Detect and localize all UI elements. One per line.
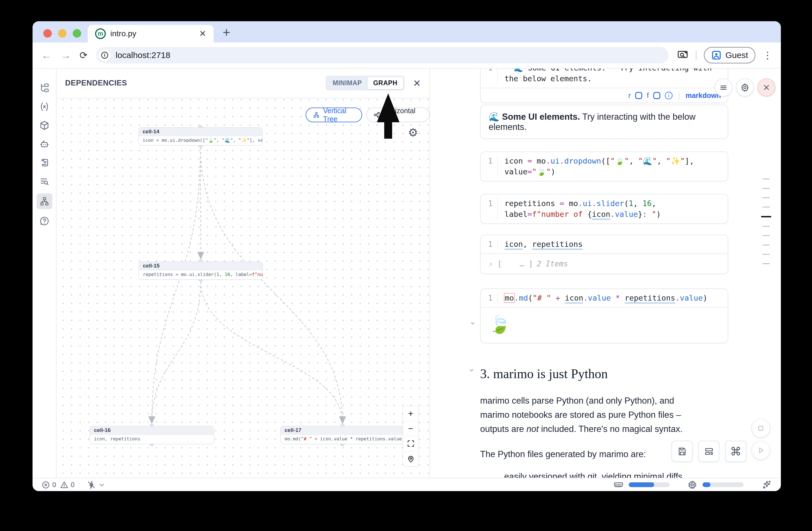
graph-node-cell-14[interactable]: cell-14icon = mo.ui.dropdown(["🍃", "🌊", … bbox=[139, 127, 263, 145]
scroll-mark-7[interactable] bbox=[763, 245, 770, 245]
notebook-settings-button[interactable] bbox=[736, 78, 754, 97]
cell-minimap[interactable] bbox=[758, 178, 775, 264]
cpu-usage-bar bbox=[702, 482, 743, 487]
close-window-button[interactable] bbox=[43, 29, 52, 38]
sidebar-item-help[interactable] bbox=[37, 214, 52, 228]
notebook-cells: 1**🌊 Some UI elements.** Try interacting… bbox=[480, 69, 728, 343]
sidebar-item-file-explorer[interactable] bbox=[37, 81, 52, 95]
code-token: value bbox=[588, 293, 611, 302]
run-button[interactable] bbox=[752, 441, 770, 460]
site-info-icon[interactable] bbox=[99, 49, 111, 61]
tab-title: intro.py bbox=[110, 29, 136, 38]
scroll-mark-0[interactable] bbox=[763, 178, 770, 180]
code-token: mo.md( bbox=[285, 436, 301, 442]
notebook-cell[interactable]: 1**🌊 Some UI elements.** Try interacting… bbox=[480, 69, 728, 103]
code-token: icon bbox=[505, 157, 527, 165]
code-token: , label= bbox=[230, 272, 252, 277]
new-tab-button[interactable]: + bbox=[223, 26, 230, 39]
code-editor[interactable]: 1icon, repetitions bbox=[481, 235, 728, 253]
zoom-in-button[interactable]: + bbox=[403, 406, 418, 421]
paragraph-italic: not bbox=[526, 424, 539, 434]
code-token: "🌊" bbox=[638, 157, 657, 165]
profile-button[interactable]: Guest bbox=[704, 47, 755, 63]
scroll-mark-1[interactable] bbox=[763, 188, 770, 189]
file-action-buttons: ⌘ bbox=[671, 441, 746, 462]
sidebar-item-snippets[interactable] bbox=[37, 175, 52, 188]
code-editor[interactable]: 1mo.md("# " + icon.value * repetitions.v… bbox=[481, 289, 728, 307]
collection-preview[interactable]: › [ … ] bbox=[489, 260, 533, 268]
collapse-output-icon[interactable]: ⌄ bbox=[469, 316, 476, 326]
notebook-cell[interactable]: 1icon = mo.ui.dropdown(["🍃", "🌊", "✨"],v… bbox=[480, 152, 728, 182]
browser-tabstrip: m intro.py ✕ + bbox=[32, 21, 781, 42]
search-tabs-icon[interactable] bbox=[677, 49, 688, 61]
fit-view-button[interactable] bbox=[403, 436, 418, 451]
warning-counter[interactable]: 0 bbox=[60, 480, 74, 489]
scroll-mark-9[interactable] bbox=[763, 263, 770, 264]
keyboard-shortcuts-button[interactable]: ⌘ bbox=[725, 441, 746, 462]
connection-status[interactable] bbox=[87, 480, 105, 490]
minimap-toggle[interactable]: MINIMAP bbox=[327, 77, 367, 89]
back-icon[interactable]: ← bbox=[41, 50, 52, 60]
sidebar-item-variables[interactable] bbox=[37, 100, 52, 114]
sidebar-item-ai-assistant[interactable] bbox=[37, 137, 52, 151]
browser-menu-icon[interactable]: ⋮ bbox=[763, 52, 772, 58]
scroll-mark-2[interactable] bbox=[763, 197, 770, 198]
minimize-window-button[interactable] bbox=[58, 29, 67, 38]
scroll-mark-8[interactable] bbox=[763, 254, 770, 255]
save-button[interactable] bbox=[671, 441, 693, 462]
graph-toggle[interactable]: GRAPH bbox=[367, 77, 403, 89]
close-panel-icon[interactable]: ✕ bbox=[413, 78, 421, 88]
scroll-mark-6[interactable] bbox=[763, 235, 770, 236]
stop-button[interactable] bbox=[752, 419, 770, 437]
gear-icon bbox=[740, 83, 750, 92]
sidebar-item-dependencies[interactable] bbox=[37, 193, 52, 209]
ai-sparkle-icon[interactable] bbox=[761, 479, 772, 490]
scroll-mark-3[interactable] bbox=[763, 206, 770, 207]
layout-icon bbox=[704, 446, 714, 457]
reload-icon[interactable]: ⟳ bbox=[79, 51, 88, 60]
code-token: 16 bbox=[642, 199, 652, 208]
graph-settings-icon[interactable]: ⚙ bbox=[408, 126, 418, 139]
maximize-window-button[interactable] bbox=[73, 29, 81, 38]
scroll-icon bbox=[39, 158, 49, 168]
scroll-mark-5[interactable] bbox=[763, 226, 770, 227]
lightning-off-icon bbox=[87, 480, 96, 490]
code-token: 1 bbox=[629, 199, 633, 208]
collapse-section-icon[interactable]: ⌄ bbox=[468, 363, 475, 373]
shutdown-button[interactable] bbox=[757, 78, 775, 97]
notebook-cell[interactable]: 1mo.md("# " + icon.value * repetitions.v… bbox=[480, 288, 728, 343]
forward-icon[interactable]: → bbox=[60, 50, 71, 60]
code-token: ) bbox=[551, 167, 555, 176]
graph-node-cell-16[interactable]: cell-16icon, repetitions bbox=[90, 426, 214, 444]
save-icon bbox=[677, 446, 687, 457]
memory-usage-bar bbox=[629, 482, 670, 487]
graph-node-title: cell-17 bbox=[281, 426, 404, 435]
url-bar[interactable]: localhost:2718 bbox=[96, 47, 669, 63]
format-checkbox[interactable] bbox=[653, 92, 661, 99]
notebook-cell[interactable]: 1icon, repetitions› [ … ] 2 Items bbox=[480, 235, 728, 274]
sidebar-item-logs[interactable] bbox=[37, 156, 52, 170]
code-editor[interactable]: 1**🌊 Some UI elements.** Try interacting… bbox=[481, 69, 728, 88]
scroll-mark-4[interactable] bbox=[761, 216, 771, 217]
locate-button[interactable] bbox=[403, 451, 418, 466]
code-token: . bbox=[592, 199, 596, 208]
browser-tab[interactable]: m intro.py ✕ bbox=[88, 25, 214, 42]
graph-node-cell-15[interactable]: cell-15repetitions = mo.ui.slider(1, 16,… bbox=[139, 261, 263, 279]
tab-close-icon[interactable]: ✕ bbox=[199, 29, 206, 38]
error-counter[interactable]: 0 bbox=[42, 480, 56, 489]
package-cube-icon bbox=[39, 120, 49, 130]
notebook-menu-button[interactable] bbox=[714, 78, 733, 97]
run-checkbox[interactable] bbox=[635, 92, 642, 99]
code-editor[interactable]: 1icon = mo.ui.dropdown(["🍃", "🌊", "✨"],v… bbox=[481, 152, 728, 181]
graph-node-cell-17[interactable]: cell-17mo.md("# " + icon.value * repetit… bbox=[280, 426, 405, 444]
horizontal-tree-button[interactable]: Horizontal Tree bbox=[366, 107, 430, 122]
vertical-tree-button[interactable]: Vertical Tree bbox=[306, 107, 362, 122]
browser-toolbar: ← → ⟳ localhost:2718 Guest ⋮ bbox=[32, 42, 781, 68]
sidebar-item-packages[interactable] bbox=[37, 119, 52, 132]
code-editor[interactable]: 1repetitions = mo.ui.slider(1, 16,label=… bbox=[481, 195, 728, 223]
layout-button[interactable] bbox=[698, 441, 720, 462]
dependencies-panel: DEPENDENCIES MINIMAP GRAPH ✕ cell-14icon… bbox=[57, 69, 430, 478]
zoom-out-button[interactable]: − bbox=[403, 421, 418, 436]
notebook-cell[interactable]: 1repetitions = mo.ui.slider(1, 16,label=… bbox=[480, 194, 728, 224]
graph-canvas[interactable]: cell-14icon = mo.ui.dropdown(["🍃", "🌊", … bbox=[57, 98, 430, 478]
